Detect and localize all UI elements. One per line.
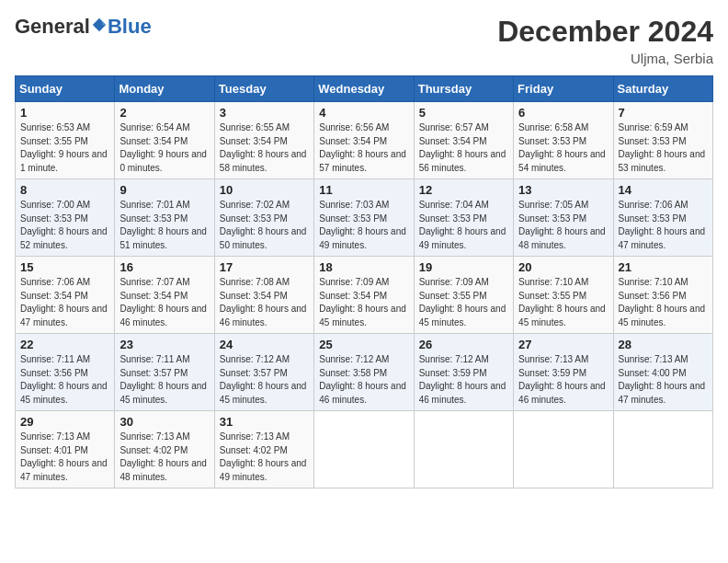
page-header: General Blue December 2024 Uljma, Serbia	[15, 15, 713, 66]
calendar-cell: 16 Sunrise: 7:07 AM Sunset: 3:54 PM Dayl…	[115, 257, 214, 334]
logo: General Blue	[15, 15, 152, 39]
day-info: Sunrise: 7:13 AM Sunset: 3:59 PM Dayligh…	[518, 353, 608, 407]
calendar-cell: 3 Sunrise: 6:55 AM Sunset: 3:54 PM Dayli…	[214, 102, 313, 179]
day-info: Sunrise: 7:07 AM Sunset: 3:54 PM Dayligh…	[119, 276, 209, 329]
calendar-cell: 27 Sunrise: 7:13 AM Sunset: 3:59 PM Dayl…	[514, 334, 613, 411]
day-info: Sunrise: 7:00 AM Sunset: 3:53 PM Dayligh…	[20, 199, 109, 252]
day-number: 1	[20, 106, 109, 120]
calendar-cell: 23 Sunrise: 7:11 AM Sunset: 3:57 PM Dayl…	[115, 334, 214, 411]
calendar-cell: 25 Sunrise: 7:12 AM Sunset: 3:58 PM Dayl…	[314, 334, 414, 411]
day-info: Sunrise: 7:09 AM Sunset: 3:55 PM Dayligh…	[419, 276, 508, 329]
day-number: 18	[319, 260, 408, 274]
day-info: Sunrise: 6:58 AM Sunset: 3:53 PM Dayligh…	[518, 121, 608, 175]
day-number: 11	[319, 183, 408, 197]
day-info: Sunrise: 6:54 AM Sunset: 3:54 PM Dayligh…	[119, 121, 209, 175]
calendar-cell: 19 Sunrise: 7:09 AM Sunset: 3:55 PM Dayl…	[414, 257, 513, 334]
day-info: Sunrise: 7:08 AM Sunset: 3:54 PM Dayligh…	[220, 276, 309, 329]
calendar-cell: 4 Sunrise: 6:56 AM Sunset: 3:54 PM Dayli…	[314, 102, 414, 179]
day-info: Sunrise: 7:12 AM Sunset: 3:58 PM Dayligh…	[319, 353, 408, 407]
day-info: Sunrise: 7:02 AM Sunset: 3:53 PM Dayligh…	[220, 199, 309, 252]
calendar-cell: 26 Sunrise: 7:12 AM Sunset: 3:59 PM Dayl…	[414, 334, 513, 411]
calendar-cell: 22 Sunrise: 7:11 AM Sunset: 3:56 PM Dayl…	[16, 334, 115, 411]
day-info: Sunrise: 7:11 AM Sunset: 3:57 PM Dayligh…	[119, 353, 209, 407]
calendar-cell: 6 Sunrise: 6:58 AM Sunset: 3:53 PM Dayli…	[514, 102, 613, 179]
day-info: Sunrise: 7:10 AM Sunset: 3:56 PM Dayligh…	[619, 276, 708, 329]
day-info: Sunrise: 7:13 AM Sunset: 4:02 PM Dayligh…	[119, 431, 209, 484]
day-number: 10	[220, 183, 309, 197]
logo-general: General	[15, 15, 108, 39]
day-info: Sunrise: 7:06 AM Sunset: 3:53 PM Dayligh…	[619, 199, 708, 252]
day-number: 9	[119, 183, 209, 197]
day-number: 20	[518, 260, 608, 274]
calendar-cell: 24 Sunrise: 7:12 AM Sunset: 3:57 PM Dayl…	[214, 334, 313, 411]
calendar-cell: 5 Sunrise: 6:57 AM Sunset: 3:54 PM Dayli…	[414, 102, 513, 179]
day-info: Sunrise: 6:55 AM Sunset: 3:54 PM Dayligh…	[220, 121, 309, 175]
day-number: 27	[518, 338, 608, 351]
calendar-cell	[414, 411, 513, 488]
day-of-week-header: Sunday	[16, 76, 115, 102]
day-info: Sunrise: 7:13 AM Sunset: 4:02 PM Dayligh…	[220, 431, 309, 484]
location: Uljma, Serbia	[497, 51, 713, 66]
day-number: 25	[319, 338, 408, 351]
day-number: 29	[20, 415, 109, 429]
day-of-week-header: Friday	[514, 76, 613, 102]
day-info: Sunrise: 6:57 AM Sunset: 3:54 PM Dayligh…	[419, 121, 508, 175]
day-info: Sunrise: 7:13 AM Sunset: 4:01 PM Dayligh…	[20, 431, 109, 484]
day-of-week-header: Tuesday	[214, 76, 313, 102]
day-number: 24	[220, 338, 309, 351]
calendar-cell: 13 Sunrise: 7:05 AM Sunset: 3:53 PM Dayl…	[514, 179, 613, 257]
day-info: Sunrise: 6:53 AM Sunset: 3:55 PM Dayligh…	[20, 121, 109, 175]
day-number: 15	[20, 260, 109, 274]
day-number: 23	[119, 338, 209, 351]
day-number: 21	[619, 260, 708, 274]
calendar-cell: 15 Sunrise: 7:06 AM Sunset: 3:54 PM Dayl…	[16, 257, 115, 334]
day-of-week-header: Wednesday	[314, 76, 414, 102]
day-of-week-header: Monday	[115, 76, 214, 102]
day-info: Sunrise: 7:05 AM Sunset: 3:53 PM Dayligh…	[518, 199, 608, 252]
day-info: Sunrise: 7:10 AM Sunset: 3:55 PM Dayligh…	[518, 276, 608, 329]
calendar-cell	[613, 411, 712, 488]
calendar-cell	[514, 411, 613, 488]
day-number: 22	[20, 338, 109, 351]
day-number: 17	[220, 260, 309, 274]
day-info: Sunrise: 6:59 AM Sunset: 3:53 PM Dayligh…	[619, 121, 708, 175]
calendar-cell: 14 Sunrise: 7:06 AM Sunset: 3:53 PM Dayl…	[613, 179, 712, 257]
title-area: December 2024 Uljma, Serbia	[497, 15, 713, 66]
calendar-cell: 1 Sunrise: 6:53 AM Sunset: 3:55 PM Dayli…	[16, 102, 115, 179]
calendar-table: SundayMondayTuesdayWednesdayThursdayFrid…	[15, 75, 713, 488]
day-number: 3	[220, 106, 309, 120]
day-number: 14	[619, 183, 708, 197]
calendar-cell: 18 Sunrise: 7:09 AM Sunset: 3:54 PM Dayl…	[314, 257, 414, 334]
calendar-cell: 29 Sunrise: 7:13 AM Sunset: 4:01 PM Dayl…	[16, 411, 115, 488]
calendar-cell: 12 Sunrise: 7:04 AM Sunset: 3:53 PM Dayl…	[414, 179, 513, 257]
day-info: Sunrise: 7:03 AM Sunset: 3:53 PM Dayligh…	[319, 199, 408, 252]
calendar-cell: 28 Sunrise: 7:13 AM Sunset: 4:00 PM Dayl…	[613, 334, 712, 411]
calendar-cell: 21 Sunrise: 7:10 AM Sunset: 3:56 PM Dayl…	[613, 257, 712, 334]
day-info: Sunrise: 7:04 AM Sunset: 3:53 PM Dayligh…	[419, 199, 508, 252]
calendar-cell: 9 Sunrise: 7:01 AM Sunset: 3:53 PM Dayli…	[115, 179, 214, 257]
day-number: 12	[419, 183, 508, 197]
day-of-week-header: Saturday	[613, 76, 712, 102]
day-of-week-header: Thursday	[414, 76, 513, 102]
day-number: 13	[518, 183, 608, 197]
day-info: Sunrise: 6:56 AM Sunset: 3:54 PM Dayligh…	[319, 121, 408, 175]
day-number: 4	[319, 106, 408, 120]
logo-blue: Blue	[108, 15, 152, 39]
calendar-cell: 10 Sunrise: 7:02 AM Sunset: 3:53 PM Dayl…	[214, 179, 313, 257]
day-number: 8	[20, 183, 109, 197]
day-info: Sunrise: 7:12 AM Sunset: 3:57 PM Dayligh…	[220, 353, 309, 407]
day-number: 30	[119, 415, 209, 429]
calendar-cell: 2 Sunrise: 6:54 AM Sunset: 3:54 PM Dayli…	[115, 102, 214, 179]
day-number: 26	[419, 338, 508, 351]
calendar-cell: 7 Sunrise: 6:59 AM Sunset: 3:53 PM Dayli…	[613, 102, 712, 179]
day-info: Sunrise: 7:01 AM Sunset: 3:53 PM Dayligh…	[119, 199, 209, 252]
calendar-cell: 17 Sunrise: 7:08 AM Sunset: 3:54 PM Dayl…	[214, 257, 313, 334]
calendar-cell: 20 Sunrise: 7:10 AM Sunset: 3:55 PM Dayl…	[514, 257, 613, 334]
day-number: 5	[419, 106, 508, 120]
day-info: Sunrise: 7:06 AM Sunset: 3:54 PM Dayligh…	[20, 276, 109, 329]
day-number: 6	[518, 106, 608, 120]
day-number: 2	[119, 106, 209, 120]
day-info: Sunrise: 7:11 AM Sunset: 3:56 PM Dayligh…	[20, 353, 109, 407]
day-number: 7	[619, 106, 708, 120]
calendar-cell: 30 Sunrise: 7:13 AM Sunset: 4:02 PM Dayl…	[115, 411, 214, 488]
